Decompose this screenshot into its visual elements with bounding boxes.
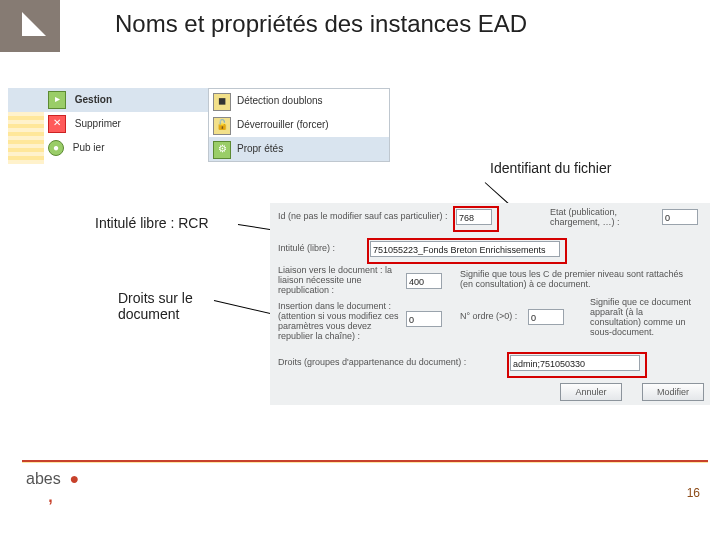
field-ordre[interactable]: 0 xyxy=(528,309,564,325)
menu-item-label: Déverrouiller (forcer) xyxy=(237,119,329,130)
unlock-icon: 🔓 xyxy=(213,117,231,135)
field-label-liaison: Liaison vers le document : la liaison né… xyxy=(278,265,398,295)
field-droits[interactable]: admin;751050330 xyxy=(510,355,640,371)
field-label-id: Id (ne pas le modifier sauf cas particul… xyxy=(278,211,454,221)
duplicate-icon: ◼ xyxy=(213,93,231,111)
chevron-right-icon: ▸ xyxy=(48,91,66,109)
page-number: 16 xyxy=(687,486,700,500)
field-intitule[interactable]: 751055223_Fonds Breton Enrichissements xyxy=(370,241,560,257)
field-help-insertion: Signifie que ce document apparaît (à la … xyxy=(590,297,706,337)
field-insertion[interactable]: 0 xyxy=(406,311,442,327)
field-label-intitule: Intitulé (libre) : xyxy=(278,243,335,253)
field-label-etat: Etat (publication, chargement, …) : xyxy=(550,207,640,227)
publish-icon: ● xyxy=(48,140,64,156)
menu-item-supprimer[interactable]: ✕ Supprimer xyxy=(8,112,208,136)
menu-item-label: Propr étés xyxy=(237,143,283,154)
menu-item-deverrouiller[interactable]: 🔓 Déverrouiller (forcer) xyxy=(209,113,389,137)
context-submenu: ◼ Détection doublons 🔓 Déverrouiller (fo… xyxy=(208,88,390,162)
field-liaison[interactable]: 400 xyxy=(406,273,442,289)
brand-logo: abes ● , xyxy=(26,470,79,506)
field-label-ordre: N° ordre (>0) : xyxy=(460,311,517,321)
cancel-button[interactable]: Annuler xyxy=(560,383,622,401)
modify-button[interactable]: Modifier xyxy=(642,383,704,401)
callout-identifiant: Identifiant du fichier xyxy=(490,160,611,176)
menu-item-gestion[interactable]: ▸ Gestion xyxy=(8,88,208,112)
field-id[interactable]: 768 xyxy=(456,209,492,225)
properties-dialog: Id (ne pas le modifier sauf cas particul… xyxy=(270,203,710,405)
menu-item-detection-doublons[interactable]: ◼ Détection doublons xyxy=(209,89,389,113)
menu-item-label: Gestion xyxy=(75,94,112,105)
menu-item-label: Pub ier xyxy=(73,142,105,153)
callout-intitule: Intitulé libre : RCR xyxy=(95,215,209,231)
field-etat[interactable]: 0 xyxy=(662,209,698,225)
delete-icon: ✕ xyxy=(48,115,66,133)
properties-icon: ⚙ xyxy=(213,141,231,159)
footer-rule xyxy=(22,460,708,463)
context-menu-gestion: ▸ Gestion ✕ Supprimer ● Pub ier xyxy=(8,88,208,160)
menu-item-publier[interactable]: ● Pub ier xyxy=(8,136,208,160)
field-help-liaison: Signifie que tous les C de premier nivea… xyxy=(460,269,706,289)
brand-text: abes xyxy=(26,470,61,487)
field-label-insertion: Insertion dans le document : (attention … xyxy=(278,301,402,341)
slide-title: Noms et propriétés des instances EAD xyxy=(115,10,527,38)
slide-logo xyxy=(0,0,60,52)
callout-droits: Droits sur le document xyxy=(118,290,193,322)
menu-item-label: Détection doublons xyxy=(237,95,323,106)
field-label-droits: Droits (groupes d'appartenance du docume… xyxy=(278,357,466,367)
menu-item-proprietes[interactable]: ⚙ Propr étés xyxy=(209,137,389,161)
menu-item-label: Supprimer xyxy=(75,118,121,129)
